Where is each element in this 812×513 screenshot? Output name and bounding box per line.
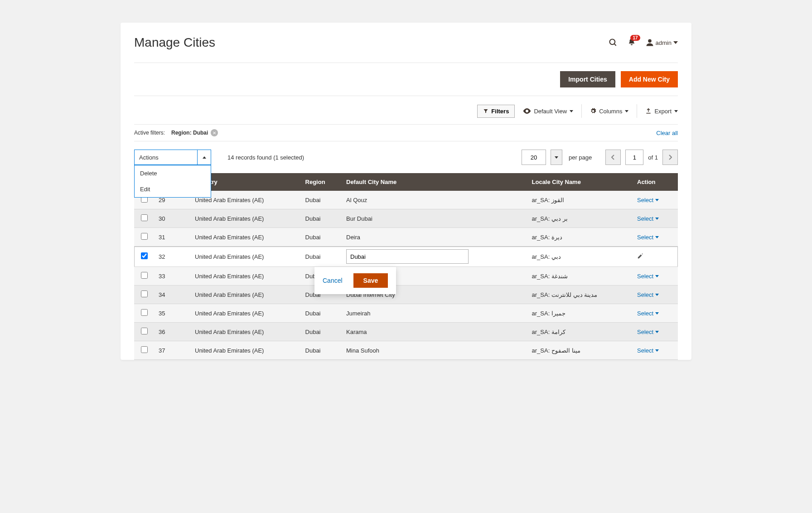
row-select-link[interactable]: Select xyxy=(637,273,673,280)
row-checkbox[interactable] xyxy=(141,290,148,297)
filters-button[interactable]: Filters xyxy=(477,105,515,118)
table-row: 30United Arab Emirates (AE)DubaiBur Duba… xyxy=(134,209,678,228)
user-menu[interactable]: admin xyxy=(646,39,678,47)
svg-point-2 xyxy=(648,39,652,43)
add-new-city-button[interactable]: Add New City xyxy=(621,71,678,87)
row-country: United Arab Emirates (AE) xyxy=(190,228,301,247)
row-checkbox[interactable] xyxy=(141,252,148,259)
row-checkbox[interactable] xyxy=(141,346,148,353)
col-locale-city[interactable]: Locale City Name xyxy=(527,173,633,191)
prev-page-button[interactable] xyxy=(605,150,621,165)
funnel-icon xyxy=(483,108,488,114)
actions-menu-delete[interactable]: Delete xyxy=(135,165,211,181)
row-id: 36 xyxy=(154,323,190,341)
table-row: 37United Arab Emirates (AE)DubaiMina Suf… xyxy=(134,341,678,360)
table-row: 31United Arab Emirates (AE)DubaiDeiraar_… xyxy=(134,228,678,247)
row-id: 37 xyxy=(154,341,190,360)
export-icon xyxy=(645,108,652,114)
chevron-down-icon xyxy=(570,110,573,112)
row-default-city: Karama xyxy=(342,323,527,341)
table-row: 34United Arab Emirates (AE)DubaiDubai In… xyxy=(134,286,678,304)
row-action: Select xyxy=(633,286,678,304)
cancel-button[interactable]: Cancel xyxy=(323,277,343,284)
row-default-city xyxy=(342,247,527,267)
actions-menu-edit[interactable]: Edit xyxy=(135,181,211,197)
chevron-left-icon xyxy=(611,155,615,160)
table-row: 36United Arab Emirates (AE)DubaiKaramaar… xyxy=(134,323,678,341)
row-checkbox[interactable] xyxy=(141,214,148,221)
row-action: Select xyxy=(633,267,678,286)
city-name-input[interactable] xyxy=(346,249,469,264)
columns-label: Columns xyxy=(599,108,622,115)
per-page-label: per page xyxy=(569,154,592,161)
gear-icon xyxy=(590,108,596,114)
row-action: Select xyxy=(633,323,678,341)
remove-filter-icon[interactable]: ✕ xyxy=(211,129,218,136)
row-id: 30 xyxy=(154,209,190,228)
row-locale-city: ar_SA: القوز xyxy=(527,191,633,209)
row-select-link[interactable]: Select xyxy=(637,329,673,335)
table-row: 32United Arab Emirates (AE)Dubaiar_SA: د… xyxy=(134,247,678,267)
actions-dropdown[interactable]: Actions xyxy=(134,150,211,165)
row-id: 35 xyxy=(154,304,190,323)
row-country: United Arab Emirates (AE) xyxy=(190,341,301,360)
row-region: Dubai xyxy=(301,228,342,247)
table-row: 33United Arab Emirates (AE)DubaiDubaiar_… xyxy=(134,267,678,286)
row-action: Select xyxy=(633,341,678,360)
row-country: United Arab Emirates (AE) xyxy=(190,209,301,228)
col-default-city[interactable]: Default City Name xyxy=(342,173,527,191)
row-region: Dubai xyxy=(301,304,342,323)
row-default-city: Bur Dubai xyxy=(342,209,527,228)
row-checkbox[interactable] xyxy=(141,328,148,334)
row-id: 31 xyxy=(154,228,190,247)
svg-point-0 xyxy=(609,39,615,45)
row-locale-city: ar_SA: شندغة xyxy=(527,267,633,286)
filter-chip-region: Region: Dubai ✕ xyxy=(171,129,218,136)
row-action: Select xyxy=(633,209,678,228)
row-select-link[interactable]: Select xyxy=(637,310,673,317)
row-country: United Arab Emirates (AE) xyxy=(190,267,301,286)
row-id: 33 xyxy=(154,267,190,286)
row-checkbox[interactable] xyxy=(141,272,148,279)
row-select-link[interactable]: Select xyxy=(637,291,673,298)
search-icon[interactable] xyxy=(609,38,618,47)
next-page-button[interactable] xyxy=(662,150,678,165)
row-default-city: Jumeirah xyxy=(342,304,527,323)
row-region: Dubai xyxy=(301,341,342,360)
clear-all-link[interactable]: Clear all xyxy=(656,130,678,136)
save-button[interactable]: Save xyxy=(353,273,388,288)
notifications-icon[interactable]: 17 xyxy=(628,38,636,48)
export-dropdown[interactable]: Export xyxy=(645,108,678,115)
export-label: Export xyxy=(654,108,672,115)
filters-label: Filters xyxy=(491,108,509,115)
table-row: 35United Arab Emirates (AE)DubaiJumeirah… xyxy=(134,304,678,323)
row-select-link[interactable]: Select xyxy=(637,215,673,222)
row-region: Dubai xyxy=(301,209,342,228)
row-country: United Arab Emirates (AE) xyxy=(190,304,301,323)
row-checkbox[interactable] xyxy=(141,233,148,240)
row-id: 34 xyxy=(154,286,190,304)
default-view-dropdown[interactable]: Default View xyxy=(523,108,573,115)
row-select-link[interactable]: Select xyxy=(637,347,673,354)
page-size-input[interactable] xyxy=(522,150,546,165)
user-label: admin xyxy=(656,39,672,46)
import-cities-button[interactable]: Import Cities xyxy=(560,71,615,87)
divider xyxy=(581,104,582,118)
row-checkbox[interactable] xyxy=(141,309,148,316)
row-action: Select xyxy=(633,228,678,247)
current-page-input[interactable] xyxy=(625,150,643,165)
chevron-down-icon xyxy=(625,110,628,112)
row-action xyxy=(633,247,678,267)
edit-icon[interactable] xyxy=(637,254,643,261)
active-filters-label: Active filters: xyxy=(134,130,165,136)
row-locale-city: ar_SA: كرامة xyxy=(527,323,633,341)
page-size-dropdown[interactable] xyxy=(551,150,562,165)
of-label: of 1 xyxy=(648,154,658,161)
row-id: 32 xyxy=(154,247,190,267)
row-select-link[interactable]: Select xyxy=(637,234,673,241)
columns-dropdown[interactable]: Columns xyxy=(590,108,628,115)
col-region[interactable]: Region xyxy=(301,173,342,191)
col-action: Action xyxy=(633,173,678,191)
row-select-link[interactable]: Select xyxy=(637,197,673,203)
row-locale-city: ar_SA: دبي xyxy=(527,247,633,267)
